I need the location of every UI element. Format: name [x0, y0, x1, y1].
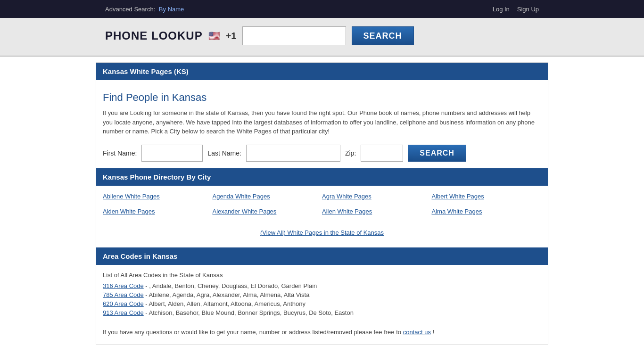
first-name-label: First Name: [103, 149, 137, 157]
city-link-abilene[interactable]: Abilene White Pages [103, 193, 160, 200]
zip-label: Zip: [345, 149, 356, 157]
by-name-link[interactable]: By Name [159, 6, 184, 13]
last-name-label: Last Name: [207, 149, 241, 157]
phone-search-button[interactable]: SEARCH [352, 26, 414, 45]
phone-prefix: +1 [226, 31, 237, 41]
city-link-alma[interactable]: Alma White Pages [432, 208, 482, 215]
zip-input[interactable] [361, 145, 403, 162]
signup-link[interactable]: Sign Up [517, 6, 539, 13]
area-code-entry-620: 620 Area Code - Albert, Alden, Allen, Al… [103, 300, 541, 307]
people-search-button[interactable]: SEARCH [408, 145, 466, 162]
area-code-link-913[interactable]: 913 Area Code [103, 309, 144, 316]
list-item: Agenda White Pages [213, 192, 322, 200]
phone-input[interactable] [242, 26, 346, 45]
area-codes-header: Area Codes in Kansas [96, 247, 548, 265]
list-item: Abilene White Pages [103, 192, 213, 200]
flag-emoji: 🇺🇸 [208, 30, 220, 41]
area-code-link-785[interactable]: 785 Area Code [103, 291, 144, 298]
advanced-search-label: Advanced Search: By Name [105, 6, 184, 13]
view-all-link[interactable]: (View All) White Pages in the State of K… [103, 229, 541, 236]
area-code-cities-785: - Abilene, Agenda, Agra, Alexander, Alma… [145, 291, 309, 298]
city-link-albert[interactable]: Albert White Pages [432, 193, 484, 200]
city-link-alexander[interactable]: Alexander White Pages [213, 208, 277, 215]
area-code-cities-316: - , Andale, Benton, Cheney, Douglass, El… [145, 282, 317, 289]
city-directory-header: Kansas Phone Directory By City [96, 168, 548, 186]
list-item: Albert White Pages [432, 192, 542, 200]
list-item: Alma White Pages [432, 207, 542, 215]
area-code-entry-785: 785 Area Code - Abilene, Agenda, Agra, A… [103, 291, 541, 298]
contact-us-link[interactable]: contact us [403, 329, 431, 336]
area-code-cities-620: - Albert, Alden, Allen, Altamont, Altoon… [145, 300, 305, 307]
login-link[interactable]: Log In [493, 6, 510, 13]
list-item: Alexander White Pages [213, 207, 322, 215]
area-codes-list-label: List of All Area Codes in the State of K… [103, 272, 541, 279]
city-link-alden[interactable]: Alden White Pages [103, 208, 155, 215]
area-code-cities-913: - Atchison, Basehor, Blue Mound, Bonner … [145, 309, 354, 316]
area-code-entry-316: 316 Area Code - , Andale, Benton, Cheney… [103, 282, 541, 289]
area-code-link-620[interactable]: 620 Area Code [103, 300, 144, 307]
city-link-agra[interactable]: Agra White Pages [322, 193, 372, 200]
contact-note: If you have any questions or would like … [103, 329, 541, 336]
city-link-allen[interactable]: Allen White Pages [322, 208, 372, 215]
area-code-link-316[interactable]: 316 Area Code [103, 282, 144, 289]
find-people-description: If you are Looking for someone in the st… [103, 108, 541, 136]
list-item: Agra White Pages [322, 192, 432, 200]
kansas-section-header: Kansas White Pages (KS) [96, 63, 548, 80]
last-name-input[interactable] [246, 145, 340, 162]
city-link-agenda[interactable]: Agenda White Pages [213, 193, 270, 200]
phone-lookup-title: PHONE LOOKUP [105, 29, 203, 42]
people-search-form: First Name: Last Name: Zip: SEARCH [103, 145, 541, 162]
area-code-entry-913: 913 Area Code - Atchison, Basehor, Blue … [103, 309, 541, 316]
list-item: Allen White Pages [322, 207, 432, 215]
find-people-title: Find People in Kansas [103, 91, 541, 104]
first-name-input[interactable] [141, 145, 203, 162]
list-item: Alden White Pages [103, 207, 213, 215]
